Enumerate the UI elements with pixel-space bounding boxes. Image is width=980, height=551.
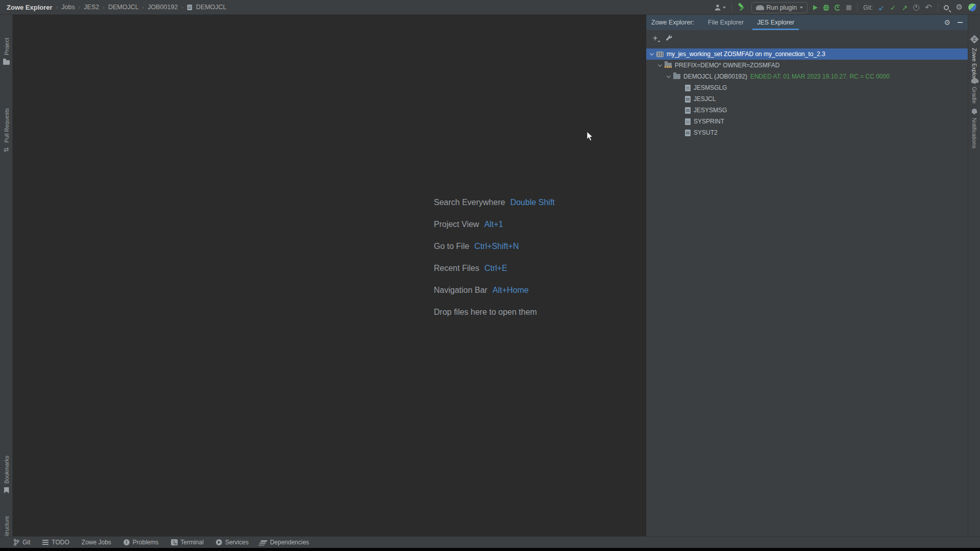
jes-tree: my_jes_working_set ZOSMFAD on my_connect… (646, 48, 968, 138)
spool-file-icon (685, 107, 691, 114)
ide-globe-icon[interactable] (968, 3, 976, 12)
stripe-label: Gradle (971, 87, 977, 104)
bottom-edge (0, 548, 980, 551)
toolwindow-label: Zowe Jobs (82, 539, 111, 546)
ide-window: Zowe Explorer › Jobs › JES2 › DEMOJCL › … (0, 0, 980, 551)
tree-row-spool-file[interactable]: JESMSGLG (646, 82, 968, 93)
tree-row-spool-file[interactable]: JESYSMSG (646, 105, 968, 116)
build-hammer-icon[interactable] (738, 4, 746, 12)
tree-row-label: DEMOJCL (JOB00192) (683, 73, 747, 80)
breadcrumb-item[interactable]: Jobs (61, 4, 75, 11)
breadcrumb-item[interactable]: JES2 (84, 4, 99, 11)
toolwindow-label: Terminal (181, 539, 204, 546)
hint-label: Navigation Bar (434, 286, 487, 295)
hint-shortcut: Alt+1 (484, 220, 503, 229)
toolwindow-problems[interactable]: ! Problems (124, 539, 159, 546)
toolwindow-label: Problems (133, 539, 159, 546)
spool-file-icon (685, 85, 691, 91)
dependencies-icon (260, 540, 267, 542)
git-update-icon[interactable]: ↙ (878, 4, 885, 11)
search-everywhere-icon[interactable] (944, 5, 949, 10)
sidebar-item-project[interactable]: Project (0, 38, 13, 65)
git-push-icon[interactable]: ↗ (901, 4, 908, 11)
tree-row-label: JESJCL (694, 95, 716, 103)
spool-file-icon (685, 96, 691, 103)
tree-row-spool-file[interactable]: SYSPRINT (646, 116, 968, 127)
git-commit-icon[interactable]: ✓ (890, 4, 896, 11)
panel-gear-icon[interactable]: ⚙ (944, 19, 950, 26)
hint-row: Project View Alt+1 (434, 213, 555, 235)
tree-row-working-set[interactable]: my_jes_working_set ZOSMFAD on my_connect… (646, 48, 968, 60)
spool-file-icon (685, 130, 691, 136)
hint-label: Recent Files (434, 264, 479, 273)
breadcrumb-project[interactable]: Zowe Explorer (7, 4, 53, 11)
profiler-icon[interactable] (835, 5, 841, 11)
breadcrumb-separator: › (56, 4, 58, 10)
tree-row-spool-file[interactable]: SYSUT2 (646, 127, 968, 138)
tree-row-label: SYSPRINT (694, 118, 724, 125)
breadcrumb-item[interactable]: JOB00192 (148, 4, 178, 11)
bottom-tool-bar: Git TODO Zowe Jobs ! Problems Terminal S… (0, 536, 980, 548)
bell-icon (972, 109, 977, 113)
hint-label: Search Everywhere (434, 198, 505, 207)
git-branch-icon (13, 539, 19, 546)
services-icon (216, 539, 222, 545)
sidebar-item-bookmarks[interactable]: Bookmarks (0, 456, 13, 493)
hint-label: Go to File (434, 242, 469, 251)
tree-row-prefix-filter[interactable]: PREFIX=DEMO* OWNER=ZOSMFAD (646, 60, 968, 71)
add-icon[interactable]: + (653, 34, 657, 42)
run-configuration-select[interactable]: Run plugin (751, 2, 808, 13)
settings-gear-icon[interactable]: ⚙ (956, 4, 963, 11)
panel-header: Zowe Explorer: File Explorer JES Explore… (646, 15, 968, 30)
breadcrumb-separator: › (103, 4, 105, 10)
toolwindow-services[interactable]: Services (216, 539, 249, 546)
chevron-down-icon (723, 7, 726, 9)
left-tool-stripe: Project Pull Requests ⇄ Bookmarks Struct… (0, 15, 13, 536)
working-set-icon (656, 52, 664, 57)
stripe-label: Bookmarks (4, 456, 10, 484)
breadcrumb-item[interactable]: DEMOJCL (108, 4, 139, 11)
sidebar-item-gradle[interactable]: Gradle (968, 78, 980, 104)
sidebar-item-notifications[interactable]: Notifications (968, 109, 980, 148)
breadcrumb-item[interactable]: DEMOJCL (196, 4, 227, 11)
zowe-explorer-panel: Zowe Explorer: File Explorer JES Explore… (646, 15, 968, 536)
user-icon (714, 4, 721, 11)
toolbar-separator (857, 3, 857, 12)
tree-row-label: my_jes_working_set ZOSMFAD on my_connect… (667, 51, 825, 58)
toolwindow-label: Dependencies (270, 539, 309, 546)
sidebar-item-zowe-explorer[interactable]: Z Zowe Explorer (968, 34, 980, 84)
todo-list-icon (42, 540, 48, 545)
toolwindow-git[interactable]: Git (13, 539, 30, 546)
rollback-icon[interactable]: ↶ (925, 4, 932, 12)
tree-row-label: JESMSGLG (694, 84, 727, 91)
file-icon (187, 4, 192, 10)
run-icon[interactable] (813, 5, 818, 10)
tree-row-job[interactable]: DEMOJCL (JOB00192) ENDED AT: 01 MAR 2023… (646, 71, 968, 82)
tab-file-explorer[interactable]: File Explorer (701, 15, 750, 30)
history-icon[interactable] (913, 5, 919, 11)
wrench-icon[interactable] (666, 35, 673, 42)
run-configuration-label: Run plugin (767, 4, 797, 11)
toolwindow-zowe-jobs[interactable]: Zowe Jobs (82, 539, 111, 546)
filter-folder-icon (665, 63, 672, 68)
chevron-down-icon[interactable] (658, 62, 662, 66)
hint-shortcut: Double Shift (510, 198, 555, 207)
debug-icon[interactable] (823, 5, 829, 11)
stop-icon[interactable] (846, 5, 851, 10)
tree-row-label: SYSUT2 (694, 129, 718, 136)
sidebar-item-pull-requests[interactable]: Pull Requests ⇄ (0, 108, 13, 153)
tree-row-spool-file[interactable]: JESJCL (646, 93, 968, 105)
stripe-label: Notifications (971, 118, 977, 148)
tab-jes-explorer[interactable]: JES Explorer (750, 15, 801, 30)
minimize-icon[interactable] (958, 22, 963, 23)
stripe-label: Project (4, 38, 10, 55)
zowe-icon: Z (970, 35, 979, 44)
toolwindow-todo[interactable]: TODO (42, 539, 69, 546)
chevron-down-icon[interactable] (667, 73, 671, 78)
chevron-down-icon[interactable] (650, 51, 654, 55)
stripe-label: Structure (4, 516, 10, 539)
toolwindow-terminal[interactable]: Terminal (171, 539, 204, 546)
toolwindow-dependencies[interactable]: Dependencies (261, 539, 309, 546)
toolbar-separator (731, 3, 732, 12)
user-button[interactable] (714, 4, 726, 11)
